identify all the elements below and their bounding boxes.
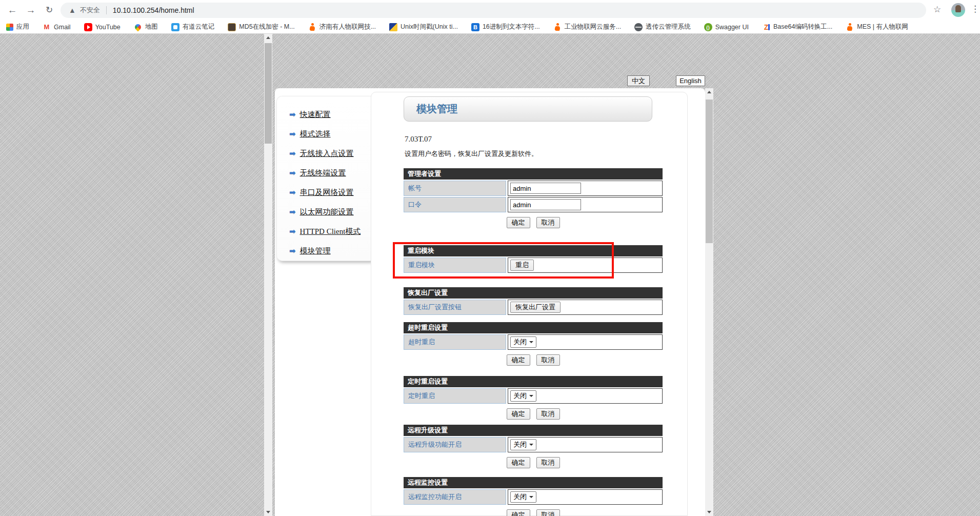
sidebar-item[interactable]: ➡无线终端设置 [289,163,375,183]
language-chinese-button[interactable]: 中文 [627,75,650,86]
sidebar-item[interactable]: ➡快速配置 [289,105,375,124]
bookmark-label: Gmail [54,24,71,31]
scheduled-restart-select[interactable]: 关闭 [510,390,536,402]
hexb-icon [471,23,479,31]
sidebar-item[interactable]: ➡HTTPD Client模式 [289,222,375,241]
bookmark-item[interactable]: 应用 [6,23,29,31]
remote-monitor-select[interactable]: 关闭 [510,491,536,503]
gmail-icon [43,23,51,31]
browser-menu-icon[interactable]: ⋮ [971,4,979,14]
settings-row: 口令 [404,197,663,212]
username-input[interactable] [510,183,581,194]
sidebar-item[interactable]: ➡模式选择 [289,124,375,144]
section-actions: 确定取消 [404,457,663,468]
section-header: 超时重启设置 [404,322,663,333]
usr-person-icon [846,23,854,31]
ok-button[interactable]: 确定 [507,217,530,228]
settings-section: 管理者设置帐号口令确定取消 [404,168,663,228]
bookmark-item[interactable]: Base64编码转换工... [762,23,832,31]
settings-row: 帐号 [404,181,663,196]
menu-arrow-icon: ➡ [289,149,296,158]
sidebar-item-label: 模块管理 [300,246,331,256]
row-label: 远程升级功能开启 [404,437,506,452]
forward-button[interactable]: → [24,3,38,17]
maps-icon [133,23,142,31]
section-header: 远程升级设置 [404,425,663,436]
ok-button[interactable]: 确定 [507,509,530,516]
settings-section: 恢复出厂设置恢复出厂设置按钮恢复出厂设置 [404,287,663,315]
sidebar-item[interactable]: ➡以太网功能设置 [289,202,375,222]
bookmark-item[interactable]: 地图 [134,23,158,31]
bookmark-label: 有道云笔记 [183,23,215,31]
row-control: 恢复出厂设置 [508,300,663,315]
cancel-button[interactable]: 取消 [536,509,560,516]
bookmark-item[interactable]: MES | 有人物联网 [846,23,908,31]
bookmark-item[interactable]: Unix时间戳(Unix ti... [389,23,458,31]
youdao-icon [171,23,179,31]
address-bar[interactable]: ▲ 不安全 10.10.100.254/home.html [61,3,926,18]
ok-button[interactable]: 确定 [507,457,530,468]
right-scrollbar[interactable] [705,88,713,516]
scroll-down-icon[interactable] [264,508,272,516]
bookmark-label: 地图 [145,23,158,31]
bookmark-label: MD5在线加密 - M... [239,23,294,31]
unix-icon [389,23,397,31]
row-label: 帐号 [404,181,506,196]
row-label: 定时重启 [404,388,506,404]
bookmark-item[interactable]: MD5在线加密 - M... [228,23,294,31]
menu-arrow-icon: ➡ [289,207,296,216]
back-button[interactable]: ← [5,3,19,17]
restart-button[interactable]: 重启 [510,260,534,271]
ok-button[interactable]: 确定 [507,354,530,366]
row-label: 远程监控功能开启 [404,489,506,505]
reload-button[interactable]: ↻ [42,3,56,17]
bookmarks-bar: 应用GmailYouTube地图有道云笔记MD5在线加密 - M...济南有人物… [0,21,980,34]
language-english-button[interactable]: English [676,75,705,86]
bookmark-item[interactable]: Swagger UI [704,23,749,31]
menu-arrow-icon: ➡ [289,168,296,177]
bookmark-item[interactable]: 工业物联网云服务... [553,23,621,31]
sidebar-item-label: 模式选择 [300,129,331,139]
ok-button[interactable]: 确定 [507,408,530,420]
left-scrollbar[interactable] [264,34,272,516]
section-actions: 确定取消 [404,354,663,366]
scroll-up-icon[interactable] [264,34,272,42]
profile-avatar[interactable] [951,3,965,17]
bookmark-item[interactable]: 透传云管理系统 [634,23,691,31]
sidebar-item-label: 串口及网络设置 [300,188,354,197]
bookmark-label: 应用 [16,23,29,31]
bookmark-item[interactable]: YouTube [84,23,121,31]
cancel-button[interactable]: 取消 [536,354,560,366]
bookmark-item[interactable]: 有道云笔记 [171,23,215,31]
row-control: 关闭 [508,388,663,404]
password-input[interactable] [510,199,581,210]
bookmark-star-icon[interactable]: ☆ [933,4,941,15]
usr-person-icon [553,23,562,31]
cancel-button[interactable]: 取消 [536,217,560,228]
bookmark-item[interactable]: 济南有人物联网技... [308,23,376,31]
timeout-restart-select[interactable]: 关闭 [510,336,536,348]
base64-icon [762,23,770,31]
select-value: 关闭 [513,338,527,347]
factory-reset-button[interactable]: 恢复出厂设置 [510,302,561,313]
scrollbar-thumb[interactable] [265,43,272,144]
section-actions: 确定取消 [404,408,663,420]
sidebar-item-label: 无线接入点设置 [300,149,354,158]
cancel-button[interactable]: 取消 [536,408,560,420]
remote-upgrade-select[interactable]: 关闭 [510,439,536,450]
sidebar-item[interactable]: ➡串口及网络设置 [289,183,375,202]
cancel-button[interactable]: 取消 [536,457,560,468]
bookmark-item[interactable]: 16进制到文本字符... [471,23,540,31]
section-header: 恢复出厂设置 [404,287,663,299]
chevron-down-icon [529,395,533,399]
scroll-down-icon[interactable] [705,508,713,516]
address-separator [106,6,107,14]
sidebar-item[interactable]: ➡无线接入点设置 [289,144,375,163]
bookmark-label: 工业物联网云服务... [565,23,621,31]
bookmark-item[interactable]: Gmail [43,23,71,31]
sidebar-item[interactable]: ➡模块管理 [289,241,375,261]
scrollbar-thumb[interactable] [706,100,713,243]
row-label: 超时重启 [404,334,506,350]
scroll-up-icon[interactable] [705,88,713,96]
select-value: 关闭 [513,391,527,401]
